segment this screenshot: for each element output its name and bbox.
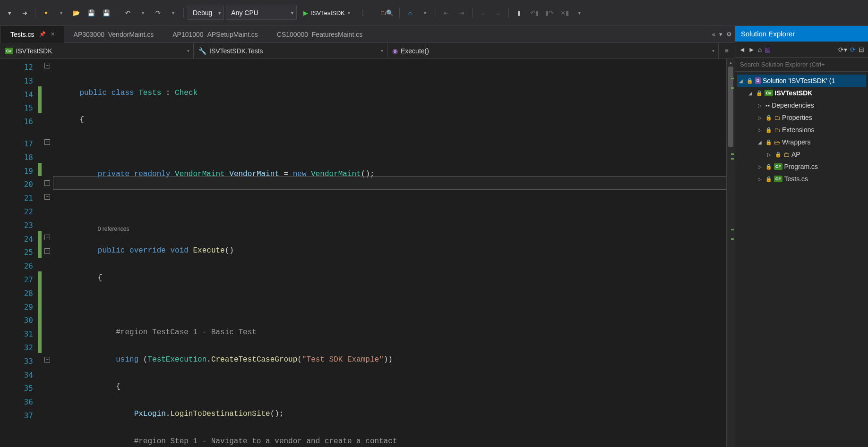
undo-icon[interactable]: ↶ xyxy=(121,6,134,19)
folder-icon: 🗀 xyxy=(774,127,780,134)
uncomment-icon[interactable]: ≣ xyxy=(491,6,505,19)
code-editor[interactable]: 1213141516 17181920212223242526272829303… xyxy=(0,59,735,447)
open-folder-icon[interactable]: 📂 xyxy=(69,6,83,19)
redo-icon[interactable]: ↷ xyxy=(151,6,164,19)
chevron-down-icon[interactable]: ▾ xyxy=(166,6,180,19)
start-label: ISVTestSDK xyxy=(311,9,345,17)
solution-icon: ⧉ xyxy=(755,77,761,84)
bookmark-icon[interactable]: ▮ xyxy=(513,6,526,19)
switch-view-icon[interactable]: ▦ xyxy=(765,46,771,53)
nav-member-label: Execute() xyxy=(401,47,429,55)
nav-member[interactable]: ◉ Execute() xyxy=(387,43,719,59)
solution-explorer-toolbar: ◄ ► ⌂ ▦ ⟳▾ ⟳ ⊟ xyxy=(735,42,868,58)
csharp-icon: C# xyxy=(774,176,782,182)
save-icon[interactable]: 💾 xyxy=(85,6,98,19)
clear-bookmark-icon[interactable]: ✕▮ xyxy=(558,6,571,19)
nav-project[interactable]: C# ISVTestSDK xyxy=(0,43,194,59)
indent-icon[interactable]: ⇤ xyxy=(440,6,453,19)
next-bookmark-icon[interactable]: ▮↷ xyxy=(543,6,556,19)
nav-class[interactable]: 🔧 ISVTestSDK.Tests xyxy=(194,43,387,59)
active-files-icon[interactable]: ▾ xyxy=(719,31,722,38)
lock-icon: 🔒 xyxy=(747,78,753,84)
tree-properties-node[interactable]: ▷ 🔒 🗀 Properties xyxy=(737,111,866,124)
code-navbar: C# ISVTestSDK 🔧 ISVTestSDK.Tests ◉ Execu… xyxy=(0,43,735,59)
tree-solution-node[interactable]: ◢ 🔒 ⧉ Solution 'ISVTestSDK' (1 xyxy=(737,75,866,87)
solution-search-input[interactable] xyxy=(735,58,868,72)
sync-icon-group[interactable]: ⟳▾ xyxy=(838,46,847,53)
tree-label: Tests.cs xyxy=(784,175,808,183)
class-icon: 🔧 xyxy=(198,47,206,55)
tree-extensions-node[interactable]: ▷ 🔒 🗀 Extensions xyxy=(737,124,866,136)
tab-label: CS100000_FeaturesMaint.cs xyxy=(277,31,362,38)
csharp-icon: C# xyxy=(765,90,773,96)
main-area: Tests.cs 📌 ✕ AP303000_VendorMaint.cs AP1… xyxy=(0,26,868,447)
editor-area: Tests.cs 📌 ✕ AP303000_VendorMaint.cs AP1… xyxy=(0,26,735,447)
gear-icon[interactable]: ⚙ xyxy=(726,31,732,38)
close-icon[interactable]: ✕ xyxy=(51,31,55,37)
find-in-files-icon[interactable]: 🗀🔍 xyxy=(378,6,395,19)
line-number-gutter: 1213141516 17181920212223242526272829303… xyxy=(0,59,38,447)
prev-bookmark-icon[interactable]: ↶▮ xyxy=(528,6,541,19)
method-icon: ◉ xyxy=(392,47,398,55)
lock-icon: 🔒 xyxy=(765,115,772,121)
dependencies-icon: ▪▪ xyxy=(765,102,770,109)
dropdown-button-icon[interactable]: ▾ xyxy=(3,6,16,19)
comment-icon[interactable]: ≣ xyxy=(476,6,490,19)
live-share-icon[interactable]: ⌂ xyxy=(404,6,417,19)
nav-back-icon[interactable]: ◄ xyxy=(739,46,746,53)
collapse-icon[interactable]: ⊟ xyxy=(859,46,864,53)
fire-icon[interactable]: ⧘ xyxy=(357,6,370,19)
chevron-down-icon[interactable]: ▾ xyxy=(136,6,149,19)
tree-label: Dependencies xyxy=(772,101,814,109)
chevron-down-icon[interactable]: ▾ xyxy=(419,6,432,19)
tree-tests-node[interactable]: ▷ 🔒 C# Tests.cs xyxy=(737,173,866,185)
tab-apsetup[interactable]: AP101000_APSetupMaint.cs xyxy=(163,26,267,43)
csharp-icon: C# xyxy=(5,48,13,54)
split-editor-icon[interactable]: ≡ xyxy=(719,47,735,54)
tree-label: Program.cs xyxy=(784,163,818,170)
outdent-icon[interactable]: ⇥ xyxy=(455,6,468,19)
lock-icon: 🔒 xyxy=(765,139,772,145)
home-icon[interactable]: ⌂ xyxy=(758,46,762,53)
tree-program-node[interactable]: ▷ 🔒 C# Program.cs xyxy=(737,160,866,173)
nav-class-label: ISVTestSDK.Tests xyxy=(209,47,263,55)
tree-label: Wrappers xyxy=(782,138,810,146)
save-all-icon[interactable]: 💾 xyxy=(100,6,113,19)
lock-icon: 🔒 xyxy=(765,127,772,133)
nav-fwd-icon[interactable]: ► xyxy=(748,46,755,53)
solution-explorer-header[interactable]: Solution Explorer xyxy=(735,26,868,42)
lock-icon: 🔒 xyxy=(775,152,782,158)
nav-project-label: ISVTestSDK xyxy=(16,47,52,55)
scroll-tabs-icon[interactable]: « xyxy=(712,31,715,38)
tab-label: AP101000_APSetupMaint.cs xyxy=(172,31,258,38)
tab-features[interactable]: CS100000_FeaturesMaint.cs xyxy=(267,26,372,43)
tree-label: Extensions xyxy=(782,126,814,134)
tab-tests[interactable]: Tests.cs 📌 ✕ xyxy=(1,26,64,43)
lock-icon: 🔒 xyxy=(765,164,772,170)
tree-label: Solution 'ISVTestSDK' (1 xyxy=(763,77,835,84)
csharp-icon: C# xyxy=(774,163,782,170)
tree-wrappers-node[interactable]: ◢ 🔒 🗁 Wrappers xyxy=(737,136,866,148)
pin-icon[interactable]: 📌 xyxy=(39,31,46,37)
chevron-down-icon[interactable]: ▾ xyxy=(54,6,68,19)
play-icon: ▶ xyxy=(303,9,308,17)
tree-project-node[interactable]: ◢ 🔒 C# ISVTestSDK xyxy=(737,87,866,99)
fold-gutter[interactable]: − −−−−−− xyxy=(42,59,53,447)
code-content[interactable]: public class Tests : Check { private rea… xyxy=(53,59,726,447)
start-button[interactable]: ▶ ISVTestSDK ▾ xyxy=(299,6,355,20)
refresh-icon[interactable]: ⟳ xyxy=(850,46,856,53)
overflow-icon[interactable]: ▾ xyxy=(573,6,586,19)
tree-ap-node[interactable]: ▷ 🔒 🗀 AP xyxy=(737,148,866,160)
folder-icon: 🗀 xyxy=(783,151,790,158)
nav-fwd-icon[interactable]: ➜ xyxy=(18,6,31,19)
config-combo[interactable]: Debug xyxy=(188,6,224,20)
solution-explorer-title: Solution Explorer xyxy=(741,30,795,38)
new-project-icon[interactable]: ✦ xyxy=(39,6,52,19)
vertical-scrollbar[interactable]: ▴ xyxy=(726,59,735,447)
tree-label: Properties xyxy=(782,114,812,121)
tab-vendormaint[interactable]: AP303000_VendorMaint.cs xyxy=(64,26,163,43)
tree-dependencies-node[interactable]: ▷ ▪▪ Dependencies xyxy=(737,99,866,111)
platform-combo[interactable]: Any CPU xyxy=(226,6,297,20)
tree-label: AP xyxy=(791,151,800,158)
lock-icon: 🔒 xyxy=(765,176,772,182)
